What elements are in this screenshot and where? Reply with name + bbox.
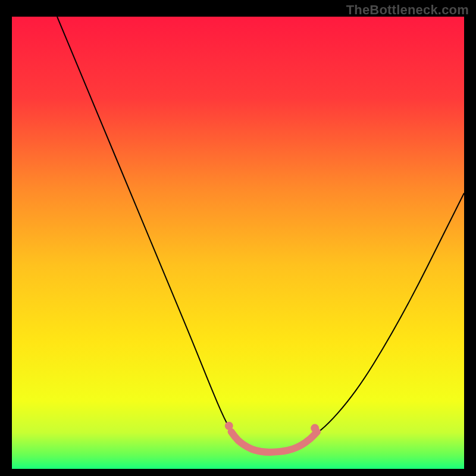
chart-frame <box>12 17 464 469</box>
watermark-label: TheBottleneck.com <box>346 2 469 18</box>
point-valley-endpoints <box>225 422 233 430</box>
gradient-background <box>12 17 464 469</box>
point-valley-endpoints <box>311 424 319 433</box>
bottleneck-curve-chart <box>12 17 464 469</box>
